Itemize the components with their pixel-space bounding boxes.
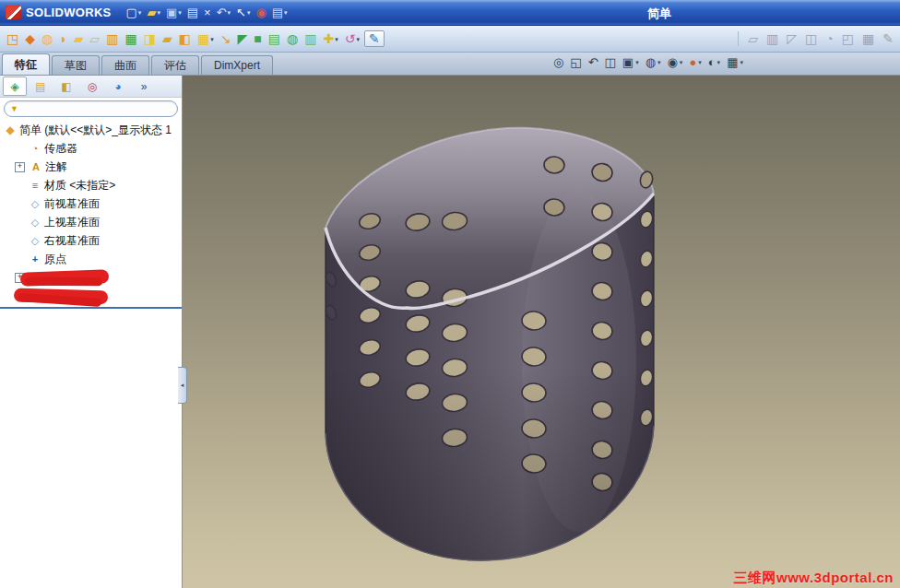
zoom-fit-button[interactable]: ◎ xyxy=(553,56,563,68)
rebuild-icon: ◉ xyxy=(255,6,266,18)
dropdown-caret-icon[interactable]: ▾ xyxy=(680,59,683,65)
green-ring-button[interactable]: ◍ xyxy=(285,31,300,46)
dropdown-caret-icon[interactable]: ▾ xyxy=(284,9,288,16)
redaction-scribble xyxy=(14,288,108,304)
panel-splitter-handle[interactable]: ◂ xyxy=(178,367,187,404)
tree-item-part-root[interactable]: ◆ 简单 (默认<<默认>_显示状态 1 xyxy=(0,121,182,139)
origin-icon: + xyxy=(29,254,41,265)
dropdown-caret-icon[interactable]: ▾ xyxy=(178,9,182,16)
macro-folder-button[interactable]: ▰ xyxy=(160,31,174,46)
tab-surfaces[interactable]: 曲面 xyxy=(101,55,149,75)
options-icon: ▤ xyxy=(272,6,283,18)
dropdown-caret-icon[interactable]: ▾ xyxy=(635,59,639,65)
star-tool-button[interactable]: ✚▾ xyxy=(321,31,339,46)
dropdown-caret-icon[interactable]: ▾ xyxy=(210,36,214,42)
tab-dimxpert[interactable]: DimXpert xyxy=(201,55,273,75)
save-button[interactable]: ▣▾ xyxy=(164,6,184,19)
options-button[interactable]: ▤▾ xyxy=(270,6,290,19)
dropdown-caret-icon[interactable]: ▾ xyxy=(247,9,251,16)
tree-item-sensors[interactable]: ◔ 传感器 xyxy=(0,139,182,158)
previous-view-button[interactable]: ↶ xyxy=(588,56,598,68)
dropdown-caret-icon[interactable]: ▾ xyxy=(157,9,160,16)
zoom-area-button[interactable]: ◱ xyxy=(570,56,581,68)
tree-item-front-plane[interactable]: ◇ 前视基准面 xyxy=(0,194,182,213)
expand-toggle-icon[interactable]: + xyxy=(15,162,25,172)
detail-circle-button[interactable]: ◔ xyxy=(823,31,835,46)
bell-button[interactable]: ◍ xyxy=(40,31,54,46)
print-button[interactable]: ▤ xyxy=(185,6,200,19)
apply-scene-button[interactable]: ◐▾ xyxy=(708,56,720,68)
component-button[interactable]: ◧ xyxy=(177,31,193,46)
view-settings-icon: ▦ xyxy=(727,56,738,68)
break-view-button[interactable]: ▦ xyxy=(860,31,876,46)
palette-panel-button[interactable]: ◨ xyxy=(142,31,158,46)
stacked-sheets-button[interactable]: ▤ xyxy=(266,31,282,46)
tree-filter-input[interactable] xyxy=(22,102,172,115)
break-view-icon: ▦ xyxy=(862,32,874,45)
tab-evaluate[interactable]: 评估 xyxy=(151,55,199,75)
panel-overflow-chevron-button[interactable]: » xyxy=(132,76,156,96)
sketch-tool-button[interactable]: ✎ xyxy=(364,30,385,47)
tree-item-origin[interactable]: + 原点 xyxy=(0,250,182,268)
tree-item-redacted-1[interactable]: + xyxy=(0,268,182,287)
annotation-note-button[interactable]: ✎ xyxy=(881,31,895,46)
tree-item-redacted-2[interactable] xyxy=(0,287,182,305)
green-flag-button[interactable]: ◤ xyxy=(235,31,249,46)
configurationmanager-tab-button[interactable]: ◧ xyxy=(54,76,78,96)
auxiliary-view-button[interactable]: ◸ xyxy=(785,31,799,46)
propertymanager-tab-button[interactable]: ▤ xyxy=(29,76,53,96)
dropdown-caret-icon[interactable]: ▾ xyxy=(335,36,338,42)
displaymanager-tab-button[interactable]: ◕ xyxy=(106,76,130,96)
dropdown-caret-icon[interactable]: ▾ xyxy=(138,9,142,16)
tree-item-top-plane[interactable]: ◇ 上视基准面 xyxy=(0,213,182,231)
green-doc-button[interactable]: ▥ xyxy=(302,31,318,46)
standard-view-button[interactable]: ▱ xyxy=(746,31,760,46)
zoom-fit-icon: ◎ xyxy=(553,56,563,68)
tree-item-label: 前视基准面 xyxy=(44,196,100,212)
dropdown-caret-icon[interactable]: ▾ xyxy=(356,36,360,42)
tree-item-right-plane[interactable]: ◇ 右视基准面 xyxy=(0,231,182,250)
dropdown-caret-icon[interactable]: ▾ xyxy=(698,59,702,65)
hide-show-items-button[interactable]: ◉▾ xyxy=(668,56,683,68)
rebuild-button[interactable]: ◉ xyxy=(254,6,267,19)
open-folder-button[interactable]: ▱ xyxy=(88,31,101,46)
green-media-button[interactable]: ▦ xyxy=(124,31,139,46)
dropdown-caret-icon[interactable]: ▾ xyxy=(717,59,721,65)
tree-filter[interactable]: ▼ xyxy=(4,100,178,117)
section-line-button[interactable]: ◫ xyxy=(803,31,819,46)
tree-item-annotations[interactable]: + A 注解 xyxy=(0,158,182,176)
section-line-icon: ◫ xyxy=(805,32,817,45)
tab-features[interactable]: 特征 xyxy=(2,53,50,75)
screen-capture-button[interactable]: ◳ xyxy=(5,31,20,46)
tab-sketch[interactable]: 草图 xyxy=(52,55,100,75)
graphics-viewport[interactable]: 三维网www.3dportal.cn xyxy=(183,76,900,588)
open-button[interactable]: ▰▾ xyxy=(145,6,162,19)
dropdown-caret-icon[interactable]: ▾ xyxy=(740,59,743,65)
crop-view-button[interactable]: ◰ xyxy=(840,31,856,46)
spline-tool-button[interactable]: ↺▾ xyxy=(343,31,361,46)
projected-view-button[interactable]: ▥ xyxy=(764,31,780,46)
tree-item-material[interactable]: ≡ 材质 <未指定> xyxy=(0,176,182,194)
undo-button[interactable]: ↶▾ xyxy=(215,6,232,19)
green-block-button[interactable]: ■ xyxy=(252,31,263,46)
dimxpertmanager-tab-button[interactable]: ◎ xyxy=(80,76,104,96)
select-arrow-button[interactable]: ↖▾ xyxy=(234,6,252,19)
projected-view-icon: ▥ xyxy=(766,32,778,45)
pushpin-button[interactable]: ◆ xyxy=(23,31,37,46)
display-style-button[interactable]: ◍▾ xyxy=(645,56,661,68)
folder-button[interactable]: ▰ xyxy=(72,31,86,46)
featuremanager-tree-tab-button[interactable]: ◈ xyxy=(3,76,27,96)
new-document-button[interactable]: ▢▾ xyxy=(124,6,144,19)
section-view-button[interactable]: ◫ xyxy=(605,56,616,68)
dropdown-caret-icon[interactable]: ▾ xyxy=(228,9,231,16)
dropdown-caret-icon[interactable]: ▾ xyxy=(657,59,661,65)
view-orientation-button[interactable]: ▣▾ xyxy=(622,56,639,68)
grid-options-button[interactable]: ▦▾ xyxy=(195,31,216,46)
arrow-tool-button[interactable]: ↘ xyxy=(219,31,233,46)
film-reel-button[interactable]: ▥ xyxy=(104,31,120,46)
megaphone-button[interactable]: ◗ xyxy=(57,31,68,46)
delete-button[interactable]: × xyxy=(202,6,213,19)
view-settings-button[interactable]: ▦▾ xyxy=(727,56,743,68)
green-ring-icon: ◍ xyxy=(287,32,298,45)
edit-appearance-button[interactable]: ●▾ xyxy=(689,56,701,68)
